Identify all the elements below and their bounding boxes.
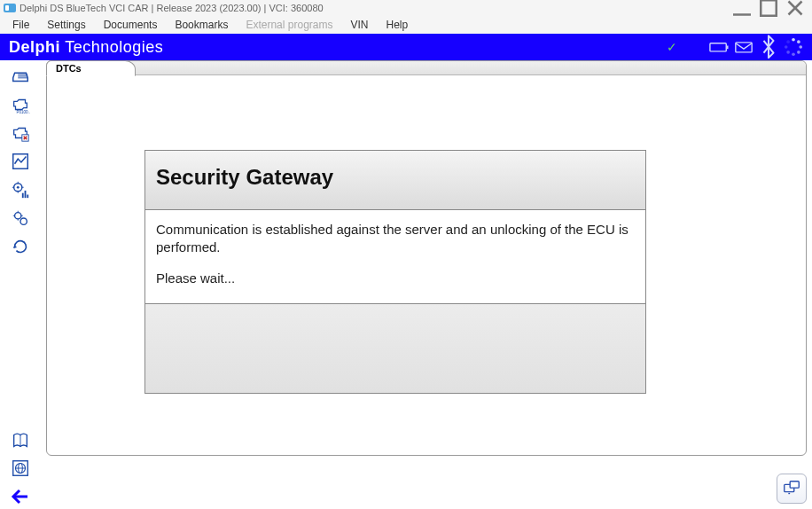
brandbar: Delphi Technologies ✓ [0,34,812,60]
app-icon [4,4,16,12]
sidebar-livedata-icon[interactable] [7,149,34,174]
svg-point-10 [797,51,800,54]
screens-toggle-button[interactable] [777,474,807,504]
window-titlebar: Delphi DS BlueTech VCI CAR | Release 202… [0,0,812,16]
svg-point-8 [797,40,800,43]
dialog-footer [145,304,645,393]
main-panel: DTCs Security Gateway Communication is e… [46,60,807,456]
connection-ok-icon: ✓ [667,40,677,54]
back-button[interactable] [7,484,34,509]
svg-point-33 [20,218,27,224]
sidebar-refresh-icon[interactable] [7,234,34,259]
sidebar-vehicle-icon[interactable] [7,64,34,89]
tabstrip [47,61,806,75]
svg-rect-6 [736,43,752,52]
security-gateway-dialog: Security Gateway Communication is establ… [144,150,646,394]
bluetooth-icon[interactable] [759,37,778,57]
sidebar: P0100.. [0,60,41,509]
dialog-message-1: Communication is established against the… [156,221,635,257]
sidebar-manual-icon[interactable] [7,427,34,452]
svg-point-11 [792,52,795,56]
menu-settings[interactable]: Settings [38,17,94,33]
svg-point-12 [786,51,790,54]
svg-text:P0100..: P0100.. [16,110,30,114]
svg-point-13 [785,45,788,49]
svg-point-14 [786,40,790,43]
dialog-message-2: Please wait... [156,270,635,287]
svg-point-24 [17,186,20,189]
svg-rect-31 [27,195,28,199]
svg-point-32 [15,213,21,219]
menu-file[interactable]: File [4,17,38,33]
window-minimize-button[interactable] [729,1,755,15]
brand-part1: Delphi [9,38,60,56]
svg-rect-5 [727,45,729,49]
window-maximize-button[interactable] [755,1,782,15]
svg-point-9 [799,45,802,49]
svg-rect-29 [22,193,24,199]
minimize-icon [729,0,755,21]
menubar: File Settings Documents Bookmarks Extern… [0,16,812,34]
tab-dtcs[interactable]: DTCs [46,60,136,76]
dialog-body: Communication is established against the… [145,210,645,304]
content-area: DTCs Security Gateway Communication is e… [41,60,812,509]
dialog-title: Security Gateway [145,151,645,210]
sidebar-engine-clear-icon[interactable] [7,121,34,145]
sidebar-actuator-icon[interactable] [7,177,34,202]
brand-logo: Delphi Technologies [9,38,163,57]
brand-part2: Technologies [60,38,163,56]
sidebar-engine-dtc-icon[interactable]: P0100.. [7,92,34,117]
spinner-icon [784,37,803,57]
svg-rect-4 [710,43,726,51]
mail-icon[interactable] [734,37,753,57]
menu-bookmarks[interactable]: Bookmarks [166,17,237,33]
window-close-button[interactable] [782,1,808,15]
svg-rect-30 [25,191,27,198]
menu-documents[interactable]: Documents [95,17,167,33]
close-icon [782,0,808,21]
menu-help[interactable]: Help [378,17,418,33]
window-title: Delphi DS BlueTech VCI CAR | Release 202… [20,3,324,13]
svg-rect-45 [790,482,799,488]
svg-point-7 [792,38,795,42]
svg-rect-1 [761,0,777,16]
menu-vin[interactable]: VIN [341,17,377,33]
menu-external-programs: External programs [237,17,341,33]
sidebar-gears-icon[interactable] [7,206,34,231]
maximize-icon [755,0,782,21]
battery-icon[interactable] [709,37,729,57]
sidebar-globe-icon[interactable] [7,456,34,481]
